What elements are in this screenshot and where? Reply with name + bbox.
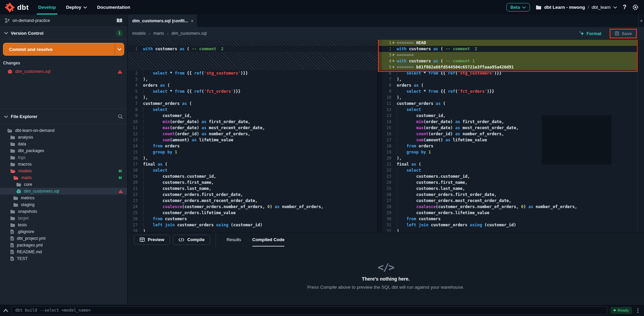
code-line[interactable]: 3),: [128, 76, 377, 82]
code-line[interactable]: 28 coalesce(customer_orders.number_of_or…: [378, 204, 638, 210]
breadcrumb-marts[interactable]: marts: [153, 31, 164, 36]
tree-item-core[interactable]: core: [0, 181, 127, 188]
tree-item-snapshots[interactable]: snapshots: [0, 208, 127, 215]
beta-dropdown[interactable]: Beta: [506, 3, 530, 11]
format-button[interactable]: Format: [579, 31, 601, 36]
code-line[interactable]: 28): [128, 228, 377, 232]
code-line[interactable]: 22 select: [378, 167, 638, 173]
help-icon[interactable]: ?: [623, 4, 626, 11]
code-line[interactable]: 4orders as (: [128, 82, 377, 88]
code-line[interactable]: 5 select * from {{ ref('fct_orders')}}: [128, 88, 377, 94]
tree-item-data[interactable]: data: [0, 141, 127, 147]
tree-item-readme-md[interactable]: README.md: [0, 249, 127, 255]
code-line[interactable]: 32): [378, 228, 638, 232]
tree-item-test[interactable]: TEST: [0, 255, 127, 262]
tree-item-tests[interactable]: tests: [0, 222, 127, 228]
tree-item-dbt-packages[interactable]: dbt_packages: [0, 147, 127, 154]
code-line[interactable]: 19 group by 1: [378, 149, 638, 155]
docs-book-icon[interactable]: [116, 18, 122, 23]
version-control-header[interactable]: Version Control 1: [0, 27, 127, 39]
code-line[interactable]: 14 min(order_date) as first_order_date,: [378, 119, 638, 125]
breadcrumb-file[interactable]: dim_customers.sql: [171, 31, 206, 36]
code-line[interactable]: 30 from customers: [378, 216, 638, 222]
code-line[interactable]: 16),: [128, 155, 377, 161]
code-line[interactable]: 11 max(order_date) as most_recent_order_…: [128, 125, 377, 131]
tree-item-logs[interactable]: logs: [0, 154, 127, 161]
branch-row[interactable]: on-demand-practice: [0, 15, 127, 27]
code-line[interactable]: 1+<<<<<<< HEAD: [378, 40, 638, 46]
code-line[interactable]: 17 sum(amount) as lifetime_value: [378, 137, 638, 143]
panel-tab-compiled-code[interactable]: Compiled Code: [252, 232, 284, 247]
code-line[interactable]: 9 select * from {{ ref('fct_orders')}}: [378, 88, 638, 94]
code-line[interactable]: 23 customers.customer_id,: [378, 173, 638, 179]
tree-item-staging[interactable]: staging: [0, 201, 127, 208]
save-button[interactable]: Save: [610, 29, 637, 38]
new-tab-icon[interactable]: +: [638, 15, 644, 27]
code-line[interactable]: 18 select: [128, 167, 377, 173]
code-line[interactable]: 9 customer_id,: [128, 113, 377, 119]
code-line[interactable]: 21final as (: [378, 161, 638, 167]
code-line[interactable]: 17final as (: [128, 161, 377, 167]
code-line[interactable]: 6),: [128, 94, 377, 100]
code-line[interactable]: 7customer_orders as (: [128, 100, 377, 107]
panel-tab-results[interactable]: Results: [226, 232, 241, 247]
code-line[interactable]: 16 count(order_id) as number_of_orders,: [378, 131, 638, 137]
tree-item-dbt-learn-on-demand[interactable]: dbt-learn-on-demand: [0, 127, 127, 134]
code-line[interactable]: 8 select: [128, 107, 377, 113]
code-line[interactable]: 7),: [378, 76, 638, 82]
code-line[interactable]: 20 customers.first_name,: [128, 179, 377, 185]
nav-tab-documentation[interactable]: Documentation: [97, 0, 130, 15]
code-line[interactable]: 29 customer_orders.lifetime_value: [378, 210, 638, 216]
compile-button[interactable]: Compile: [173, 235, 210, 245]
nav-tab-develop[interactable]: Develop: [38, 0, 56, 15]
tree-item-models[interactable]: modelsM: [0, 168, 127, 174]
diff-pane-current[interactable]: 1with customers as ( -- comment 22 selec…: [128, 40, 378, 232]
code-line[interactable]: 20),: [378, 155, 638, 161]
code-line[interactable]: 13 sum(amount) as lifetime_value: [128, 137, 377, 143]
code-line[interactable]: 25 customers.last_name,: [378, 185, 638, 192]
nav-tab-deploy[interactable]: Deploy: [66, 0, 87, 15]
code-line[interactable]: 21 customers.last_name,: [128, 185, 377, 192]
code-line[interactable]: 24 customers.first_name,: [378, 179, 638, 185]
changed-file-row[interactable]: dim_customers.sql: [0, 68, 127, 75]
breadcrumb-models[interactable]: models: [132, 31, 146, 36]
code-line[interactable]: 27 customer_orders.most_recent_order_dat…: [378, 198, 638, 204]
code-line[interactable]: 14 from orders: [128, 143, 377, 149]
dbt-logo[interactable]: dbt: [5, 2, 29, 12]
commit-options-caret[interactable]: [115, 43, 124, 55]
tree-item-marts[interactable]: martsM: [0, 174, 127, 181]
tree-item-target[interactable]: target: [0, 215, 127, 222]
code-line[interactable]: 10 min(order_date) as first_order_date,: [128, 119, 377, 125]
kebab-menu-icon[interactable]: ⋮: [635, 307, 641, 314]
code-line[interactable]: 2 select * from {{ ref('stg_customers')}…: [128, 70, 377, 76]
tree-item-packages-yml[interactable]: packages.yml: [0, 242, 127, 249]
code-line[interactable]: 5+>>>>>>> b81f802a66fd544504c65721e3ffaa…: [378, 64, 638, 70]
commit-and-resolve-button[interactable]: Commit and resolve: [3, 43, 124, 56]
tree-item-analysis[interactable]: analysis: [0, 134, 127, 141]
command-input[interactable]: [11, 306, 607, 315]
settings-gear-icon[interactable]: [632, 4, 639, 10]
code-line[interactable]: 2with customers as ( -- comment 2: [378, 46, 638, 52]
diff-pane-incoming[interactable]: 1+<<<<<<< HEAD2with customers as ( -- co…: [378, 40, 638, 232]
code-line[interactable]: 22 customer_orders.first_order_date,: [128, 192, 377, 198]
code-line[interactable]: 26 customer_orders.first_order_date,: [378, 192, 638, 198]
code-line[interactable]: 1with customers as ( -- comment 2: [128, 46, 377, 52]
code-line[interactable]: 6 select * from {{ ref('stg_customers')}…: [378, 70, 638, 76]
tree-item-macros[interactable]: macros: [0, 161, 127, 168]
tree-item-dim-customers-sql[interactable]: dim_customers.sql: [0, 188, 127, 195]
code-line[interactable]: 25 customer_orders.lifetime_value: [128, 210, 377, 216]
code-line[interactable]: 31 left join customer_orders using (cust…: [378, 222, 638, 228]
tab-close-icon[interactable]: ×: [191, 18, 194, 24]
file-explorer-header[interactable]: File Explorer: [0, 109, 127, 124]
code-line[interactable]: 27 left join customer_orders using (cust…: [128, 222, 377, 228]
code-line[interactable]: 4+with customers as ( -- comment 1: [378, 58, 638, 64]
code-line[interactable]: 12 count(order_id) as number_of_orders,: [128, 131, 377, 137]
file-search-icon[interactable]: [118, 114, 123, 119]
code-line[interactable]: 13 customer_id,: [378, 113, 638, 119]
code-line[interactable]: 24 coalesce(customer_orders.number_of_or…: [128, 204, 377, 210]
code-line[interactable]: 19 customers.customer_id,: [128, 173, 377, 179]
code-line[interactable]: 11customer_orders as (: [378, 100, 638, 107]
code-line[interactable]: 26 from customers: [128, 216, 377, 222]
preview-button[interactable]: Preview: [134, 235, 170, 245]
editor-tab-dim-customers[interactable]: dim_customers.sql (confli... ×: [128, 15, 197, 27]
